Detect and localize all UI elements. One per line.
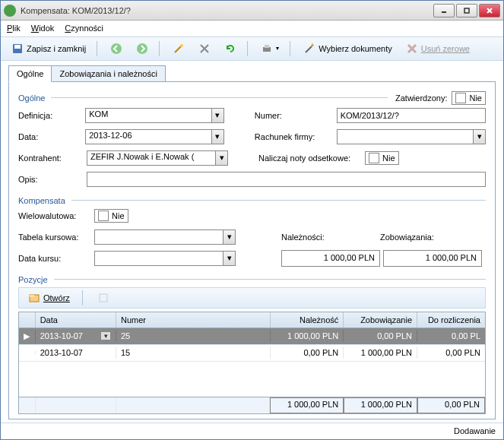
menu-widok[interactable]: Widok (31, 24, 55, 33)
svg-rect-1 (464, 8, 469, 13)
chevron-down-icon[interactable]: ▾ (223, 251, 236, 266)
rachunek-label: Rachunek firmy: (255, 132, 337, 141)
print-button[interactable]: ▾ (256, 40, 284, 57)
wand-select-icon (303, 43, 315, 55)
numer-input[interactable] (337, 108, 486, 123)
data-label: Data: (18, 132, 85, 141)
tab-zobowiazania[interactable]: Zobowiązania i należności (51, 65, 165, 82)
col-numer[interactable]: Numer (116, 312, 271, 328)
definicja-label: Definicja: (18, 111, 85, 120)
rachunek-combo[interactable] (337, 129, 474, 144)
menu-czynnosci[interactable]: Czynności (65, 24, 103, 33)
save-close-button[interactable]: Zapisz i zamknij (7, 40, 90, 57)
app-icon (4, 5, 16, 17)
svg-rect-5 (14, 45, 21, 49)
svg-rect-15 (100, 294, 107, 302)
tool-button-2[interactable] (194, 40, 215, 57)
definicja-combo[interactable]: KOM (85, 108, 212, 123)
open-icon (28, 292, 40, 304)
tools-icon (198, 43, 211, 55)
statusbar: Dodawanie (1, 423, 503, 439)
table-row[interactable]: 2013-10-07 15 0,00 PLN 1 000,00 PLN 0,00… (19, 345, 485, 362)
close-button[interactable] (479, 4, 500, 17)
total-dorozliczenia: 0,00 PLN (417, 397, 485, 413)
col-data[interactable]: Data (36, 312, 116, 328)
svg-point-8 (180, 44, 183, 47)
status-text: Dodawanie (454, 426, 496, 435)
arrow-left-icon (110, 43, 122, 55)
chevron-down-icon[interactable]: ▾ (474, 129, 486, 144)
window-title: Kompensata: KOM/2013/12/? (21, 6, 433, 15)
zobowiazania-value: 1 000,00 PLN (383, 250, 482, 267)
tab-panel: Ogólne Zatwierdzony: Nie Definicja: KOM▾… (8, 81, 496, 419)
data-combo[interactable]: 2013-12-06 (85, 129, 212, 144)
minimize-button[interactable] (433, 4, 455, 17)
wielowalutowa-label: Wielowalutowa: (18, 211, 94, 220)
wand-icon (173, 43, 185, 55)
col-naleznosc[interactable]: Należność (271, 312, 344, 328)
chevron-down-icon[interactable]: ▾ (212, 129, 224, 144)
datakursu-label: Data kursu: (18, 254, 94, 263)
edit-icon (97, 292, 109, 304)
tool-button-1[interactable] (168, 40, 189, 57)
menu-plik[interactable]: Plik (7, 24, 21, 33)
zatwierdzony-label: Zatwierdzony: (395, 93, 447, 103)
edit-button[interactable] (93, 290, 114, 306)
zobowiazania-label: Zobowiązania: (380, 233, 479, 242)
table-row[interactable]: ▶ 2013-10-07▾ 25 1 000,00 PLN 0,00 PLN 0… (19, 328, 485, 345)
checkbox-icon (455, 93, 466, 103)
print-icon (261, 43, 273, 55)
kontrahent-label: Kontrahent: (18, 154, 87, 163)
noty-label: Naliczaj noty odsetkowe: (258, 154, 365, 163)
zatwierdzony-toggle[interactable]: Nie (452, 91, 486, 105)
svg-point-6 (111, 43, 122, 54)
tabela-label: Tabela kursowa: (18, 233, 94, 242)
checkbox-icon (369, 153, 379, 163)
naleznosci-value: 1 000,00 PLN (281, 250, 380, 267)
nav-forward-button[interactable] (132, 40, 153, 57)
tab-ogolne[interactable]: Ogólne (8, 65, 52, 82)
numer-label: Numer: (255, 111, 337, 120)
tool-button-3[interactable] (220, 40, 241, 57)
usun-zerowe-button[interactable]: Usuń zerowe (401, 40, 474, 57)
maximize-button[interactable] (456, 4, 477, 17)
col-dorozliczenia[interactable]: Do rozliczenia (417, 312, 485, 328)
content-area: Ogólne Zobowiązania i należności Ogólne … (1, 61, 503, 423)
datakursu-combo[interactable] (94, 251, 223, 266)
svg-point-7 (137, 43, 147, 54)
chevron-down-icon[interactable]: ▾ (223, 229, 236, 245)
arrow-right-icon (136, 43, 148, 55)
nav-back-button[interactable] (106, 40, 127, 57)
tabela-combo[interactable] (94, 229, 223, 245)
group-kompensata-title: Kompensata (18, 196, 68, 205)
total-naleznosc: 1 000,00 PLN (270, 397, 344, 413)
chevron-down-icon[interactable]: ▾ (212, 108, 224, 123)
chevron-down-icon[interactable]: ▾ (216, 150, 228, 166)
refresh-icon (224, 43, 236, 55)
naleznosci-label: Należności: (281, 233, 380, 242)
svg-rect-10 (265, 45, 269, 48)
delete-icon (406, 43, 418, 55)
opis-input[interactable] (87, 172, 486, 187)
row-marker-icon: ▶ (19, 330, 36, 343)
titlebar[interactable]: Kompensata: KOM/2013/12/? (1, 1, 503, 21)
wybierz-dokumenty-button[interactable]: Wybierz dokumenty (299, 40, 397, 57)
otworz-button[interactable]: Otwórz (24, 290, 74, 306)
group-ogolne-title: Ogólne (18, 93, 48, 103)
col-zobowiazanie[interactable]: Zobowiązanie (344, 312, 417, 328)
noty-toggle[interactable]: Nie (365, 151, 399, 165)
window: Kompensata: KOM/2013/12/? Plik Widok Czy… (0, 0, 504, 440)
svg-rect-14 (30, 295, 34, 297)
chevron-down-icon[interactable]: ▾ (100, 331, 111, 340)
save-icon (11, 43, 24, 55)
checkbox-icon (98, 211, 109, 221)
pozycje-toolbar: Otwórz (18, 287, 486, 309)
opis-label: Opis: (18, 175, 87, 184)
kontrahent-combo[interactable]: ZEFIR J.Nowak i E.Nowak ( (87, 150, 216, 166)
total-zobowiazanie: 1 000,00 PLN (344, 397, 417, 413)
group-pozycje-title: Pozycje (18, 275, 51, 284)
toolbar: Zapisz i zamknij ▾ Wybierz dokumenty Usu… (1, 36, 503, 61)
wielowalutowa-toggle[interactable]: Nie (94, 209, 128, 223)
pozycje-grid: Data Numer Należność Zobowiązanie Do roz… (18, 312, 486, 414)
menubar: Plik Widok Czynności (1, 21, 503, 36)
